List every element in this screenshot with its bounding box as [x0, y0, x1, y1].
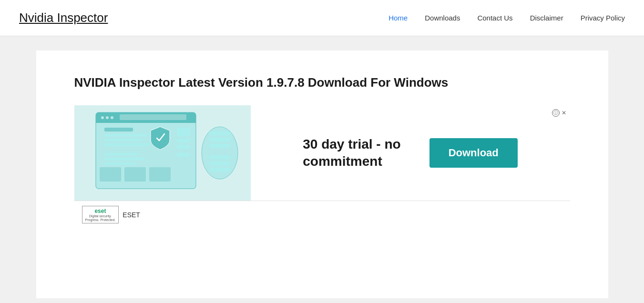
eset-logo-box: eset Digital security.Progress. Protecte…	[82, 206, 119, 223]
svg-point-4	[106, 116, 109, 119]
svg-rect-14	[177, 128, 190, 136]
svg-rect-17	[177, 153, 190, 157]
nav-item-contact[interactable]: Contact Us	[477, 14, 512, 22]
site-title[interactable]: Nvidia Inspector	[19, 10, 108, 25]
ad-download-button[interactable]: Download	[429, 138, 518, 168]
site-header: Nvidia Inspector Home Downloads Contact …	[0, 0, 644, 36]
svg-rect-10	[104, 143, 150, 146]
svg-rect-12	[104, 158, 145, 160]
ad-cta-container: 30 day trial - no commitment Download	[303, 136, 518, 171]
ad-footer: eset Digital security.Progress. Protecte…	[74, 201, 570, 228]
svg-rect-9	[104, 139, 143, 141]
svg-rect-8	[104, 134, 147, 136]
svg-rect-24	[209, 144, 230, 148]
ad-info-icon[interactable]: ⓘ	[552, 109, 560, 117]
svg-rect-27	[209, 168, 230, 172]
main-content: NVIDIA Inspector Latest Version 1.9.7.8 …	[0, 36, 644, 303]
ad-image-section	[74, 105, 251, 201]
svg-rect-22	[209, 131, 230, 135]
svg-rect-16	[177, 145, 190, 149]
ad-illustration	[82, 108, 244, 198]
ad-right-side: 30 day trial - no commitment Download	[251, 105, 570, 201]
svg-rect-18	[100, 167, 121, 182]
svg-rect-23	[209, 138, 230, 141]
main-nav: Home Downloads Contact Us Disclaimer Pri…	[388, 14, 625, 22]
svg-rect-19	[124, 167, 146, 182]
nav-item-disclaimer[interactable]: Disclaimer	[530, 14, 563, 22]
eset-logo-text: eset	[94, 208, 106, 214]
content-card: NVIDIA Inspector Latest Version 1.9.7.8 …	[36, 50, 608, 298]
nav-item-downloads[interactable]: Downloads	[425, 14, 460, 22]
nav-item-home[interactable]: Home	[388, 14, 408, 22]
ad-close-icon[interactable]: ✕	[562, 110, 566, 116]
ad-main-content: 30 day trial - no commitment Download	[74, 105, 570, 201]
svg-rect-11	[104, 153, 138, 155]
eset-tagline: Digital security.Progress. Protected.	[85, 214, 116, 222]
ad-close-area[interactable]: ⓘ ✕	[552, 109, 566, 117]
svg-rect-20	[149, 167, 171, 182]
svg-rect-13	[104, 162, 135, 165]
svg-rect-15	[177, 139, 190, 142]
svg-point-5	[111, 116, 113, 119]
nav-item-privacy[interactable]: Privacy Policy	[581, 14, 625, 22]
svg-rect-6	[120, 114, 186, 120]
eset-brand-label: ESET	[123, 211, 140, 219]
ad-headline: 30 day trial - no commitment	[303, 136, 400, 171]
page-title: NVIDIA Inspector Latest Version 1.9.7.8 …	[74, 74, 570, 91]
svg-rect-7	[104, 128, 133, 131]
ad-banner: ⓘ ✕	[74, 105, 570, 228]
svg-point-3	[101, 116, 104, 119]
svg-rect-25	[209, 155, 230, 159]
svg-rect-26	[209, 162, 230, 165]
